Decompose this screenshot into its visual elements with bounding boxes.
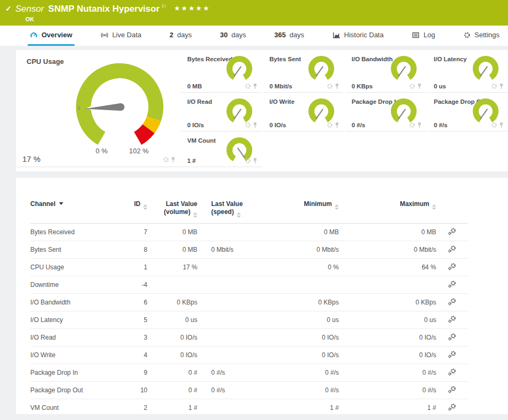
gear-icon[interactable] bbox=[410, 84, 414, 88]
edit-channel-button[interactable] bbox=[447, 228, 457, 237]
gear-icon[interactable] bbox=[492, 84, 496, 88]
sort-icon bbox=[193, 212, 197, 218]
edit-channel-button[interactable] bbox=[447, 263, 457, 272]
cell-id: 7 bbox=[113, 224, 147, 241]
gears-icon bbox=[447, 351, 457, 358]
cell-channel: Downtime bbox=[30, 276, 113, 294]
column-header-maximum[interactable]: Maximum bbox=[339, 198, 436, 224]
pin-icon[interactable] bbox=[254, 84, 256, 89]
empty-cell bbox=[345, 131, 426, 167]
cell-minimum: 0 Mbit/s bbox=[247, 241, 339, 259]
log-icon bbox=[412, 31, 420, 39]
tab-historic-data[interactable]: Historic Data bbox=[330, 26, 386, 46]
tab-label: days bbox=[231, 31, 246, 39]
edit-channel-button[interactable] bbox=[447, 368, 457, 377]
cell-maximum: 0 IO/s bbox=[339, 347, 436, 364]
gauge-cell-bytes-sent: Bytes Sent 0 Mbit/s bbox=[263, 50, 344, 93]
table-row: I/O Read 3 0 IO/s 0 IO/s 0 IO/s bbox=[30, 329, 468, 347]
tab-365-days[interactable]: 365 days bbox=[272, 26, 306, 46]
tab-settings[interactable]: Settings bbox=[461, 26, 502, 46]
tab-label: days bbox=[177, 31, 191, 39]
column-header-minimum[interactable]: Minimum bbox=[247, 198, 339, 224]
tab-number: 2 bbox=[170, 31, 173, 39]
gauge-cell-package-drop-in: Package Drop In 0 #/s bbox=[345, 93, 426, 131]
cell-minimum: 0 IO/s bbox=[247, 347, 339, 364]
gear-icon[interactable] bbox=[246, 84, 249, 88]
status-badge: OK bbox=[26, 16, 210, 22]
gauge-cell-io-latency: I/O Latency 0 us bbox=[428, 50, 508, 93]
sort-icon bbox=[143, 204, 147, 210]
gauge-title: Bytes Sent bbox=[270, 56, 301, 62]
pin-icon[interactable] bbox=[500, 84, 503, 89]
edit-channel-button[interactable] bbox=[447, 333, 457, 342]
tab-number: 365 bbox=[274, 31, 286, 39]
pin-icon[interactable] bbox=[418, 84, 421, 89]
edit-channel-button[interactable] bbox=[447, 245, 457, 254]
gear-icon[interactable] bbox=[164, 158, 168, 161]
tab-label: days bbox=[289, 31, 304, 39]
gear-icon bbox=[463, 31, 471, 39]
gears-icon bbox=[447, 228, 457, 235]
gauge-icon bbox=[30, 31, 38, 39]
tab-live-data[interactable]: Live Data bbox=[98, 26, 144, 46]
cell-maximum: 0 KBps bbox=[339, 294, 436, 311]
cell-tools bbox=[327, 122, 340, 128]
priority-stars[interactable]: ★★★★★ bbox=[174, 4, 210, 12]
cell-channel: Bytes Sent bbox=[30, 241, 113, 259]
sort-desc-icon bbox=[59, 202, 63, 205]
edit-channel-button[interactable] bbox=[447, 281, 457, 290]
gauge-title: I/O Write bbox=[270, 98, 295, 105]
cell-maximum bbox=[339, 276, 436, 294]
pin-icon[interactable] bbox=[336, 122, 338, 128]
pin-icon[interactable] bbox=[254, 158, 256, 163]
gauge-value: 0 IO/s bbox=[187, 122, 204, 128]
column-header-last-value-volume[interactable]: Last Value (volume) bbox=[147, 198, 197, 224]
gear-icon[interactable] bbox=[246, 159, 249, 162]
cell-id: 8 bbox=[113, 241, 147, 259]
edit-channel-button[interactable] bbox=[447, 403, 457, 413]
cell-channel: Bytes Received bbox=[30, 224, 113, 241]
table-row: CPU Usage 1 17 % 0 % 64 % bbox=[30, 259, 468, 276]
cell-maximum: 0 MB bbox=[339, 224, 436, 241]
column-header-last-value-speed[interactable]: Last Value (speed) bbox=[197, 198, 247, 224]
table-row: I/O Latency 5 0 us 0 us 0 us bbox=[30, 311, 468, 329]
mini-gauge-grid: Bytes Received 0 MB Bytes Sent 0 Mbit/s bbox=[181, 50, 508, 171]
edit-channel-button[interactable] bbox=[447, 316, 457, 325]
cell-maximum: 64 % bbox=[339, 259, 436, 276]
tab-30-days[interactable]: 30 days bbox=[218, 26, 248, 46]
gauge-cell-cpu-usage: CPU Usage x̄ 0 % 102 % 17 % bbox=[16, 50, 181, 167]
pin-icon[interactable] bbox=[254, 122, 256, 128]
gauge-value: 0 #/s bbox=[352, 122, 365, 128]
gear-icon[interactable] bbox=[328, 84, 331, 88]
gears-icon bbox=[447, 281, 457, 288]
table-row: Downtime -4 bbox=[30, 276, 468, 294]
cell-minimum: 0 us bbox=[247, 311, 339, 329]
cell-channel: I/O Write bbox=[30, 347, 113, 364]
channel-table-panel: Channel ID Last Value (volume) Last Valu… bbox=[16, 178, 508, 414]
cell-minimum: 1 # bbox=[247, 399, 339, 417]
gauge-scale-max: 102 % bbox=[129, 147, 149, 155]
tab-log[interactable]: Log bbox=[410, 26, 437, 46]
gear-icon[interactable] bbox=[410, 123, 414, 127]
tab-2-days[interactable]: 2 days bbox=[168, 26, 194, 46]
gear-icon[interactable] bbox=[246, 123, 249, 127]
pin-icon[interactable] bbox=[500, 122, 503, 128]
pin-icon[interactable] bbox=[336, 84, 338, 89]
cell-minimum: 0 #/s bbox=[247, 382, 339, 399]
cell-channel: VM Count bbox=[30, 399, 113, 417]
edit-channel-button[interactable] bbox=[447, 351, 457, 360]
tab-overview[interactable]: Overview bbox=[28, 26, 74, 46]
column-header-channel[interactable]: Channel bbox=[30, 198, 113, 224]
edit-channel-button[interactable] bbox=[447, 298, 457, 307]
pin-icon[interactable] bbox=[418, 122, 421, 128]
column-header-id[interactable]: ID bbox=[113, 198, 147, 224]
edit-channel-button[interactable] bbox=[447, 386, 457, 395]
mini-gauge-dial bbox=[471, 56, 501, 84]
live-data-icon bbox=[101, 31, 109, 39]
tab-label: Log bbox=[423, 31, 435, 39]
cell-tools bbox=[491, 122, 505, 128]
flag-icon[interactable]: ⚐ bbox=[161, 3, 166, 10]
gear-icon[interactable] bbox=[328, 123, 331, 127]
pin-icon[interactable] bbox=[172, 157, 174, 162]
gear-icon[interactable] bbox=[492, 123, 496, 127]
